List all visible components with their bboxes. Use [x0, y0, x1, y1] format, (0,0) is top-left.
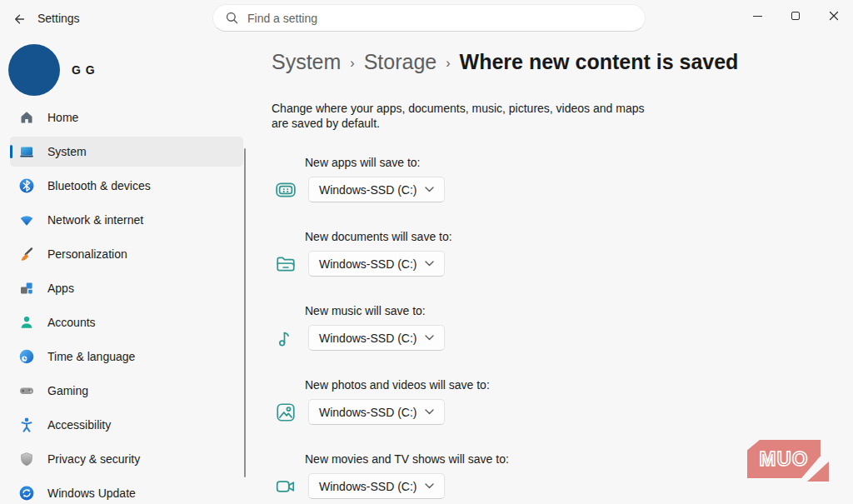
close-icon: [829, 11, 839, 21]
page-title: Where new content is saved: [460, 50, 739, 74]
new-movies-drive-dropdown[interactable]: Windows-SSD (C:): [308, 473, 445, 499]
sidebar-item-label: System: [47, 145, 87, 158]
breadcrumb-separator-icon: ›: [446, 56, 450, 71]
bluetooth-icon: [18, 177, 35, 194]
new-movies-icon: [275, 476, 297, 497]
setting-label: New music will save to:: [305, 304, 853, 317]
accessibility-icon: [18, 417, 35, 433]
maximize-button[interactable]: [776, 0, 815, 32]
breadcrumb-separator-icon: ›: [350, 56, 354, 71]
apps-icon: [18, 280, 35, 297]
maximize-icon: [791, 12, 800, 20]
sidebar-item-label: Accessibility: [47, 418, 111, 432]
gaming-icon: [18, 382, 35, 399]
sidebar-item-time-language[interactable]: Time & language: [10, 342, 243, 372]
sidebar-item-apps[interactable]: Apps: [10, 273, 243, 303]
chevron-down-icon: [425, 335, 434, 341]
dropdown-value: Windows-SSD (C:): [319, 257, 417, 271]
sidebar-item-label: Accounts: [47, 316, 96, 329]
muo-logo-text: MUO: [760, 447, 809, 471]
sidebar-item-label: Gaming: [47, 384, 88, 397]
setting-label: New photos and videos will save to:: [305, 378, 853, 392]
sidebar-item-personalization[interactable]: Personalization: [10, 239, 243, 269]
setting-label: New documents will save to:: [305, 230, 853, 243]
sidebar-item-system[interactable]: System: [10, 137, 243, 167]
new-apps-icon: [275, 179, 297, 201]
setting-row-new-documents: New documents will save to: Windows-SSD …: [272, 230, 853, 277]
breadcrumb-storage[interactable]: Storage: [364, 50, 437, 74]
selected-accent-bar: [10, 145, 12, 158]
search-icon: [225, 11, 239, 25]
sidebar-item-label: Apps: [47, 282, 74, 295]
sidebar-item-label: Personalization: [47, 247, 127, 261]
windows-update-icon: [18, 485, 35, 502]
search-input[interactable]: [247, 12, 633, 25]
sidebar-item-label: Home: [47, 111, 78, 124]
sidebar-item-windows-update[interactable]: Windows Update: [10, 478, 243, 504]
new-apps-drive-dropdown[interactable]: Windows-SSD (C:): [308, 177, 445, 202]
home-icon: [18, 109, 35, 126]
sidebar-item-privacy-security[interactable]: Privacy & security: [10, 444, 243, 474]
dropdown-value: Windows-SSD (C:): [319, 332, 417, 345]
sidebar-item-gaming[interactable]: Gaming: [10, 376, 243, 406]
back-button[interactable]: [8, 8, 30, 30]
user-name: G G: [72, 63, 96, 77]
page-description: Change where your apps, documents, music…: [272, 101, 648, 131]
breadcrumb-system[interactable]: System: [272, 50, 341, 74]
sidebar-item-accounts[interactable]: Accounts: [10, 307, 243, 337]
chevron-down-icon: [425, 409, 434, 415]
user-profile[interactable]: G G: [8, 44, 96, 96]
sidebar-scrollbar[interactable]: [244, 148, 246, 477]
breadcrumb: System › Storage › Where new content is …: [272, 50, 853, 78]
new-documents-icon: [275, 253, 297, 275]
window-title: Settings: [37, 12, 80, 25]
sidebar-nav: Home System Bluetooth & devices Net: [10, 108, 243, 504]
sidebar-item-home[interactable]: Home: [10, 108, 243, 132]
time-language-icon: [18, 348, 35, 365]
dropdown-value: Windows-SSD (C:): [319, 183, 417, 197]
dropdown-value: Windows-SSD (C:): [319, 406, 417, 419]
avatar: [8, 44, 60, 96]
sidebar-item-label: Time & language: [47, 350, 135, 363]
settings-window: Settings G G Home: [0, 0, 853, 504]
back-arrow-icon: [12, 12, 27, 27]
new-music-icon: [275, 327, 297, 349]
minimize-icon: [753, 16, 762, 17]
dropdown-value: Windows-SSD (C:): [319, 480, 417, 493]
chevron-down-icon: [425, 261, 434, 267]
sidebar-item-label: Windows Update: [47, 487, 136, 500]
main-content: System › Storage › Where new content is …: [258, 37, 853, 504]
minimize-button[interactable]: [738, 0, 776, 32]
setting-row-new-photos: New photos and videos will save to: Wind…: [272, 378, 853, 425]
accounts-icon: [18, 314, 35, 331]
personalization-icon: [18, 246, 35, 262]
sidebar-item-label: Network & internet: [47, 213, 143, 227]
sidebar-item-accessibility[interactable]: Accessibility: [10, 410, 243, 440]
sidebar-item-bluetooth-devices[interactable]: Bluetooth & devices: [10, 171, 243, 201]
new-photos-icon: [275, 402, 297, 423]
system-icon: [18, 143, 35, 160]
sidebar: G G Home System Bluetooth & dev: [0, 37, 258, 504]
close-button[interactable]: [815, 0, 853, 32]
search-box[interactable]: [212, 4, 646, 32]
network-icon: [18, 212, 35, 228]
setting-row-new-apps: New apps will save to: Windows-SSD (C:): [272, 156, 853, 202]
privacy-security-icon: [18, 451, 35, 467]
new-documents-drive-dropdown[interactable]: Windows-SSD (C:): [308, 251, 445, 277]
setting-row-new-music: New music will save to: Windows-SSD (C:): [272, 304, 853, 351]
sidebar-item-label: Bluetooth & devices: [47, 179, 151, 192]
new-music-drive-dropdown[interactable]: Windows-SSD (C:): [308, 325, 445, 351]
chevron-down-icon: [425, 187, 434, 192]
muo-logo-body: MUO: [747, 440, 821, 478]
title-bar: Settings: [0, 0, 853, 37]
new-photos-drive-dropdown[interactable]: Windows-SSD (C:): [308, 399, 445, 425]
sidebar-item-network-internet[interactable]: Network & internet: [10, 205, 243, 235]
window-controls: [738, 0, 853, 32]
sidebar-item-label: Privacy & security: [47, 452, 140, 466]
muo-watermark-logo: MUO: [747, 440, 829, 482]
setting-label: New apps will save to:: [305, 156, 853, 169]
chevron-down-icon: [425, 483, 434, 489]
